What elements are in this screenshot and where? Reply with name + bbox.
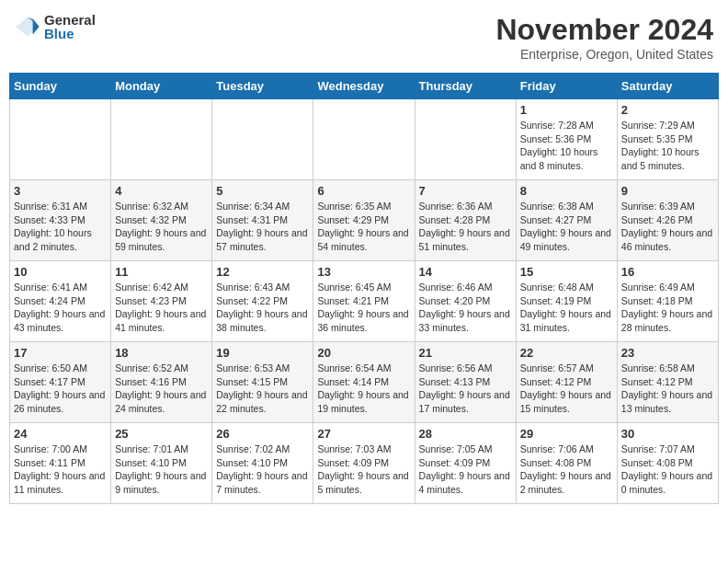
day-info: Sunrise: 6:34 AM Sunset: 4:31 PM Dayligh… — [216, 200, 309, 254]
calendar-cell: 26Sunrise: 7:02 AM Sunset: 4:10 PM Dayli… — [212, 423, 313, 504]
header: General Blue November 2024 Enterprise, O… — [9, 9, 719, 65]
day-number: 7 — [419, 184, 512, 198]
calendar-cell: 10Sunrise: 6:41 AM Sunset: 4:24 PM Dayli… — [10, 261, 111, 342]
logo-blue-text: Blue — [44, 27, 96, 40]
day-info: Sunrise: 6:43 AM Sunset: 4:22 PM Dayligh… — [216, 281, 309, 335]
day-info: Sunrise: 6:57 AM Sunset: 4:12 PM Dayligh… — [520, 362, 613, 416]
day-number: 2 — [621, 103, 714, 117]
day-number: 5 — [216, 184, 309, 198]
calendar-cell: 3Sunrise: 6:31 AM Sunset: 4:33 PM Daylig… — [10, 180, 111, 261]
calendar-cell — [212, 99, 313, 180]
logo: General Blue — [15, 13, 96, 40]
day-info: Sunrise: 6:49 AM Sunset: 4:18 PM Dayligh… — [621, 281, 714, 335]
week-row-4: 24Sunrise: 7:00 AM Sunset: 4:11 PM Dayli… — [10, 423, 719, 504]
day-number: 20 — [317, 346, 410, 360]
day-number: 27 — [317, 427, 410, 441]
calendar-cell: 29Sunrise: 7:06 AM Sunset: 4:08 PM Dayli… — [516, 423, 617, 504]
header-monday: Monday — [111, 74, 212, 99]
calendar-header-row: SundayMondayTuesdayWednesdayThursdayFrid… — [10, 74, 719, 99]
day-info: Sunrise: 7:06 AM Sunset: 4:08 PM Dayligh… — [520, 442, 613, 497]
header-wednesday: Wednesday — [313, 74, 415, 99]
day-info: Sunrise: 6:32 AM Sunset: 4:32 PM Dayligh… — [115, 200, 208, 254]
calendar-cell: 7Sunrise: 6:36 AM Sunset: 4:28 PM Daylig… — [415, 180, 516, 261]
day-number: 9 — [621, 184, 714, 198]
day-info: Sunrise: 6:41 AM Sunset: 4:24 PM Dayligh… — [14, 281, 107, 335]
day-number: 17 — [14, 346, 107, 360]
logo-text: General Blue — [44, 13, 96, 40]
logo-icon — [15, 14, 40, 40]
day-info: Sunrise: 6:50 AM Sunset: 4:17 PM Dayligh… — [14, 362, 107, 416]
calendar-cell: 5Sunrise: 6:34 AM Sunset: 4:31 PM Daylig… — [212, 180, 313, 261]
day-number: 6 — [317, 184, 410, 198]
week-row-1: 3Sunrise: 6:31 AM Sunset: 4:33 PM Daylig… — [10, 180, 719, 261]
calendar-cell — [111, 99, 212, 180]
day-number: 1 — [520, 103, 613, 117]
week-row-3: 17Sunrise: 6:50 AM Sunset: 4:17 PM Dayli… — [10, 342, 719, 423]
day-info: Sunrise: 6:31 AM Sunset: 4:33 PM Dayligh… — [14, 200, 107, 254]
calendar-cell: 1Sunrise: 7:28 AM Sunset: 5:36 PM Daylig… — [516, 99, 617, 180]
day-number: 16 — [621, 265, 714, 279]
day-number: 12 — [216, 265, 309, 279]
day-info: Sunrise: 7:05 AM Sunset: 4:09 PM Dayligh… — [419, 442, 512, 497]
day-number: 21 — [419, 346, 512, 360]
day-number: 18 — [115, 346, 208, 360]
day-info: Sunrise: 6:53 AM Sunset: 4:15 PM Dayligh… — [216, 362, 309, 416]
calendar-cell: 9Sunrise: 6:39 AM Sunset: 4:26 PM Daylig… — [617, 180, 718, 261]
calendar-cell — [415, 99, 516, 180]
day-number: 25 — [115, 427, 208, 441]
week-row-0: 1Sunrise: 7:28 AM Sunset: 5:36 PM Daylig… — [10, 99, 719, 180]
day-number: 23 — [621, 346, 714, 360]
calendar-cell: 6Sunrise: 6:35 AM Sunset: 4:29 PM Daylig… — [313, 180, 415, 261]
day-number: 24 — [14, 427, 107, 441]
day-number: 29 — [520, 427, 613, 441]
calendar-table: SundayMondayTuesdayWednesdayThursdayFrid… — [9, 73, 719, 504]
day-number: 3 — [14, 184, 107, 198]
location: Enterprise, Oregon, United States — [495, 47, 713, 62]
day-info: Sunrise: 6:52 AM Sunset: 4:16 PM Dayligh… — [115, 362, 208, 416]
day-info: Sunrise: 6:39 AM Sunset: 4:26 PM Dayligh… — [621, 200, 714, 254]
calendar-cell: 27Sunrise: 7:03 AM Sunset: 4:09 PM Dayli… — [313, 423, 415, 504]
calendar-cell: 20Sunrise: 6:54 AM Sunset: 4:14 PM Dayli… — [313, 342, 415, 423]
day-number: 15 — [520, 265, 613, 279]
calendar-cell: 17Sunrise: 6:50 AM Sunset: 4:17 PM Dayli… — [10, 342, 111, 423]
calendar-cell: 24Sunrise: 7:00 AM Sunset: 4:11 PM Dayli… — [10, 423, 111, 504]
logo-general-text: General — [44, 13, 96, 27]
day-number: 30 — [621, 427, 714, 441]
day-info: Sunrise: 7:00 AM Sunset: 4:11 PM Dayligh… — [14, 442, 107, 497]
calendar-cell: 22Sunrise: 6:57 AM Sunset: 4:12 PM Dayli… — [516, 342, 617, 423]
day-number: 13 — [317, 265, 410, 279]
title-area: November 2024 Enterprise, Oregon, United… — [495, 13, 713, 62]
calendar-cell: 11Sunrise: 6:42 AM Sunset: 4:23 PM Dayli… — [111, 261, 212, 342]
day-info: Sunrise: 6:48 AM Sunset: 4:19 PM Dayligh… — [520, 281, 613, 335]
day-number: 11 — [115, 265, 208, 279]
calendar-cell — [313, 99, 415, 180]
day-number: 14 — [419, 265, 512, 279]
day-info: Sunrise: 6:38 AM Sunset: 4:27 PM Dayligh… — [520, 200, 613, 254]
header-saturday: Saturday — [617, 74, 718, 99]
day-number: 10 — [14, 265, 107, 279]
calendar-cell: 23Sunrise: 6:58 AM Sunset: 4:12 PM Dayli… — [617, 342, 718, 423]
calendar-cell: 19Sunrise: 6:53 AM Sunset: 4:15 PM Dayli… — [212, 342, 313, 423]
calendar-cell: 4Sunrise: 6:32 AM Sunset: 4:32 PM Daylig… — [111, 180, 212, 261]
day-info: Sunrise: 6:36 AM Sunset: 4:28 PM Dayligh… — [419, 200, 512, 254]
day-info: Sunrise: 6:46 AM Sunset: 4:20 PM Dayligh… — [419, 281, 512, 335]
day-info: Sunrise: 6:45 AM Sunset: 4:21 PM Dayligh… — [317, 281, 410, 335]
calendar-cell — [10, 99, 111, 180]
header-tuesday: Tuesday — [212, 74, 313, 99]
calendar-cell: 13Sunrise: 6:45 AM Sunset: 4:21 PM Dayli… — [313, 261, 415, 342]
day-info: Sunrise: 6:58 AM Sunset: 4:12 PM Dayligh… — [621, 362, 714, 416]
week-row-2: 10Sunrise: 6:41 AM Sunset: 4:24 PM Dayli… — [10, 261, 719, 342]
day-info: Sunrise: 6:42 AM Sunset: 4:23 PM Dayligh… — [115, 281, 208, 335]
day-number: 26 — [216, 427, 309, 441]
header-sunday: Sunday — [10, 74, 111, 99]
day-number: 28 — [419, 427, 512, 441]
calendar-cell: 21Sunrise: 6:56 AM Sunset: 4:13 PM Dayli… — [415, 342, 516, 423]
calendar-cell: 12Sunrise: 6:43 AM Sunset: 4:22 PM Dayli… — [212, 261, 313, 342]
day-info: Sunrise: 6:56 AM Sunset: 4:13 PM Dayligh… — [419, 362, 512, 416]
day-info: Sunrise: 7:07 AM Sunset: 4:08 PM Dayligh… — [621, 442, 714, 497]
calendar-cell: 16Sunrise: 6:49 AM Sunset: 4:18 PM Dayli… — [617, 261, 718, 342]
calendar-cell: 28Sunrise: 7:05 AM Sunset: 4:09 PM Dayli… — [415, 423, 516, 504]
day-number: 8 — [520, 184, 613, 198]
header-friday: Friday — [516, 74, 617, 99]
day-info: Sunrise: 7:02 AM Sunset: 4:10 PM Dayligh… — [216, 442, 309, 497]
